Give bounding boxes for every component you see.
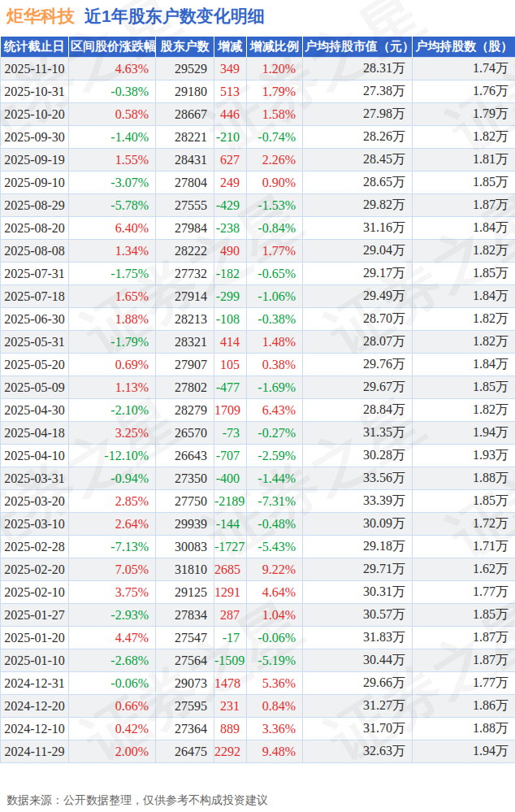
cell-delta-pct: 1.20% — [247, 58, 303, 80]
cell-date: 2025-04-30 — [1, 399, 69, 422]
column-header: 统计截止日 — [1, 37, 69, 58]
cell-date: 2025-09-10 — [1, 172, 69, 194]
table-row: 2025-02-207.05%3181026859.22%29.71万1.62万 — [1, 558, 515, 581]
stock-name: 炬华科技 — [6, 7, 75, 25]
cell-delta-pct: -0.27% — [247, 422, 303, 445]
cell-avg-shares: 1.84万 — [413, 285, 515, 308]
cell-delta: 889 — [214, 718, 247, 740]
cell-avg-shares: 1.77万 — [413, 672, 515, 695]
cell-holders: 27555 — [156, 194, 214, 217]
cell-holders: 31810 — [156, 558, 214, 581]
cell-avg-shares: 1.85万 — [413, 376, 515, 399]
cell-holders: 27804 — [156, 172, 214, 194]
cell-price-change: 1.55% — [69, 149, 156, 172]
cell-avg-shares: 1.87万 — [413, 649, 515, 672]
cell-delta-pct: -1.69% — [247, 376, 303, 399]
cell-delta-pct: -0.48% — [247, 513, 303, 536]
table-row: 2024-12-200.66%275952310.84%31.27万1.86万 — [1, 695, 515, 718]
cell-avg-market-value: 29.71万 — [303, 558, 413, 581]
cell-delta: 513 — [214, 80, 247, 103]
cell-date: 2025-08-29 — [1, 194, 69, 217]
table-row: 2024-12-31-0.06%2907314785.36%29.66万1.77… — [1, 672, 515, 695]
cell-avg-market-value: 28.65万 — [303, 172, 413, 194]
cell-holders: 27834 — [156, 604, 214, 627]
cell-date: 2024-12-10 — [1, 718, 69, 740]
cell-delta: -1727 — [214, 536, 247, 558]
cell-delta: 2292 — [214, 740, 247, 763]
cell-price-change: 3.25% — [69, 422, 156, 445]
cell-delta: -182 — [214, 263, 247, 285]
cell-date: 2025-02-10 — [1, 581, 69, 604]
cell-delta: -17 — [214, 627, 247, 649]
cell-date: 2024-12-20 — [1, 695, 69, 718]
cell-holders: 27547 — [156, 627, 214, 649]
table-row: 2025-07-31-1.75%27732-182-0.65%29.17万1.8… — [1, 263, 515, 285]
cell-delta: 414 — [214, 331, 247, 354]
cell-delta-pct: 1.48% — [247, 331, 303, 354]
cell-avg-market-value: 30.57万 — [303, 604, 413, 627]
cell-holders: 27364 — [156, 718, 214, 740]
cell-avg-market-value: 30.31万 — [303, 581, 413, 604]
table-row: 2025-01-204.47%27547-17-0.06%31.83万1.87万 — [1, 627, 515, 649]
cell-avg-market-value: 27.38万 — [303, 80, 413, 103]
cell-avg-market-value: 27.98万 — [303, 103, 413, 126]
column-header: 增减 — [214, 37, 247, 58]
cell-date: 2025-03-31 — [1, 467, 69, 490]
cell-price-change: -12.10% — [69, 445, 156, 467]
cell-price-change: 2.85% — [69, 490, 156, 513]
cell-holders: 28222 — [156, 240, 214, 263]
cell-avg-market-value: 31.83万 — [303, 627, 413, 649]
cell-avg-market-value: 32.63万 — [303, 740, 413, 763]
cell-avg-shares: 1.82万 — [413, 331, 515, 354]
cell-delta: -477 — [214, 376, 247, 399]
cell-holders: 28221 — [156, 126, 214, 149]
cell-avg-market-value: 28.70万 — [303, 308, 413, 331]
cell-avg-market-value: 28.31万 — [303, 58, 413, 80]
cell-delta: 349 — [214, 58, 247, 80]
cell-date: 2025-03-10 — [1, 513, 69, 536]
table-row: 2024-11-292.00%2647522929.48%32.63万1.94万 — [1, 740, 515, 763]
cell-holders: 27732 — [156, 263, 214, 285]
cell-delta-pct: -0.06% — [247, 627, 303, 649]
cell-date: 2025-10-20 — [1, 103, 69, 126]
cell-delta: -400 — [214, 467, 247, 490]
cell-delta: 231 — [214, 695, 247, 718]
cell-date: 2025-02-20 — [1, 558, 69, 581]
cell-price-change: -7.13% — [69, 536, 156, 558]
cell-avg-shares: 1.82万 — [413, 399, 515, 422]
table-body: 2025-11-104.63%295293491.20%28.31万1.74万2… — [1, 58, 515, 763]
cell-date: 2025-09-30 — [1, 126, 69, 149]
cell-holders: 27564 — [156, 649, 214, 672]
table-row: 2025-01-10-2.68%27564-1509-5.19%30.44万1.… — [1, 649, 515, 672]
cell-holders: 26643 — [156, 445, 214, 467]
cell-delta: 105 — [214, 354, 247, 376]
cell-delta-pct: 2.26% — [247, 149, 303, 172]
cell-delta-pct: 1.77% — [247, 240, 303, 263]
table-row: 2025-10-31-0.38%291805131.79%27.38万1.76万 — [1, 80, 515, 103]
cell-delta-pct: 0.38% — [247, 354, 303, 376]
cell-date: 2025-03-20 — [1, 490, 69, 513]
cell-price-change: -2.10% — [69, 399, 156, 422]
cell-avg-market-value: 29.66万 — [303, 672, 413, 695]
cell-avg-shares: 1.88万 — [413, 467, 515, 490]
cell-avg-market-value: 30.28万 — [303, 445, 413, 467]
cell-price-change: -2.68% — [69, 649, 156, 672]
cell-delta-pct: -2.59% — [247, 445, 303, 467]
cell-avg-shares: 1.84万 — [413, 217, 515, 240]
cell-date: 2025-10-31 — [1, 80, 69, 103]
cell-delta-pct: 9.48% — [247, 740, 303, 763]
cell-holders: 28667 — [156, 103, 214, 126]
cell-delta: 490 — [214, 240, 247, 263]
cell-price-change: 1.34% — [69, 240, 156, 263]
cell-avg-shares: 1.87万 — [413, 194, 515, 217]
cell-date: 2025-08-08 — [1, 240, 69, 263]
table-row: 2025-08-081.34%282224901.77%29.04万1.82万 — [1, 240, 515, 263]
cell-holders: 28213 — [156, 308, 214, 331]
cell-avg-shares: 1.71万 — [413, 536, 515, 558]
cell-date: 2025-01-20 — [1, 627, 69, 649]
cell-price-change: -2.93% — [69, 604, 156, 627]
cell-delta-pct: 3.36% — [247, 718, 303, 740]
cell-delta-pct: 6.43% — [247, 399, 303, 422]
cell-date: 2025-06-30 — [1, 308, 69, 331]
cell-avg-market-value: 29.17万 — [303, 263, 413, 285]
